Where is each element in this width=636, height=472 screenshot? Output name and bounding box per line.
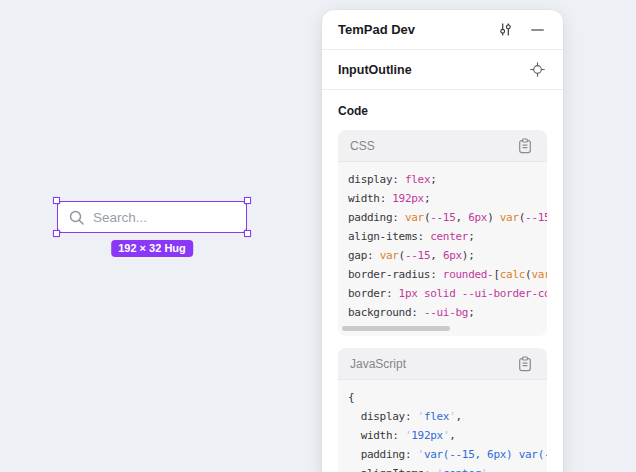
selection-handle-top-left[interactable] bbox=[53, 197, 60, 204]
javascript-code-block: JavaScript { display: 'flex', width: '19… bbox=[338, 348, 547, 472]
horizontal-scrollbar[interactable] bbox=[338, 324, 547, 336]
search-input-component[interactable]: Search... bbox=[57, 201, 247, 233]
copy-clipboard-icon[interactable] bbox=[515, 136, 535, 156]
css-block-header: CSS bbox=[338, 130, 547, 162]
dimension-badge: 192 × 32 Hug bbox=[111, 240, 193, 257]
css-code-block: CSS display: flex;width: 192px;padding: … bbox=[338, 130, 547, 336]
locate-target-icon[interactable] bbox=[527, 60, 547, 80]
sliders-icon[interactable] bbox=[495, 20, 515, 40]
tempad-dev-panel: TemPad Dev InputOutline Code bbox=[322, 10, 563, 472]
javascript-block-label: JavaScript bbox=[350, 357, 406, 371]
minimize-button[interactable] bbox=[527, 20, 547, 40]
css-code-area[interactable]: display: flex;width: 192px;padding: var(… bbox=[338, 162, 547, 324]
search-icon bbox=[68, 209, 85, 226]
selected-node-row[interactable]: InputOutline bbox=[322, 50, 563, 90]
selection-handle-top-right[interactable] bbox=[244, 197, 251, 204]
css-block-label: CSS bbox=[350, 139, 375, 153]
javascript-code-area[interactable]: { display: 'flex', width: '192px', paddi… bbox=[338, 380, 547, 472]
selected-node-name: InputOutline bbox=[338, 63, 527, 77]
minus-icon bbox=[531, 29, 544, 31]
selection-handle-bottom-right[interactable] bbox=[244, 230, 251, 237]
panel-header: TemPad Dev bbox=[322, 10, 563, 50]
copy-clipboard-icon[interactable] bbox=[515, 354, 535, 374]
javascript-block-header: JavaScript bbox=[338, 348, 547, 380]
scrollbar-thumb[interactable] bbox=[342, 326, 450, 331]
code-section-title: Code bbox=[338, 104, 547, 118]
panel-title: TemPad Dev bbox=[338, 22, 495, 37]
code-section: Code CSS display: flex;width: 192px;padd… bbox=[322, 90, 563, 472]
selection-handle-bottom-left[interactable] bbox=[53, 230, 60, 237]
search-placeholder: Search... bbox=[93, 210, 147, 225]
